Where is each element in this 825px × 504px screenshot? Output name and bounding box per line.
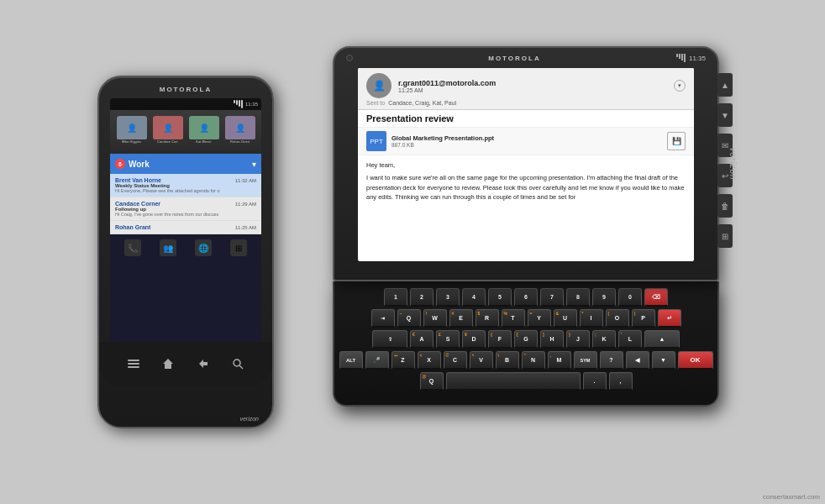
contact-rohan[interactable]: 👤 Rohan Grant	[225, 116, 255, 148]
verizon-left: verizon	[239, 416, 259, 422]
menu-hw-btn[interactable]	[126, 356, 141, 371]
apps-icon[interactable]: ⊞	[230, 239, 247, 256]
key-tab[interactable]: ⇥	[371, 309, 395, 328]
key-ok[interactable]: OK	[678, 351, 713, 370]
key-v[interactable]: ^V	[470, 351, 493, 370]
svg-rect-0	[128, 360, 139, 361]
hardware-buttons	[99, 342, 272, 386]
attachment-info: Global Marketing Presentation.ppt 887.0 …	[391, 134, 662, 148]
key-q[interactable]: ~Q	[397, 309, 421, 328]
key-h[interactable]: ]H	[540, 330, 564, 349]
key-l[interactable]: 'L	[618, 330, 642, 349]
attachment-name: Global Marketing Presentation.ppt	[391, 134, 662, 142]
contacts-strip: 👤 Mike Higgins 👤 Candace Corr 👤 Kat Bles…	[110, 110, 261, 154]
key-question[interactable]: ?	[600, 351, 623, 370]
email-time-2: 11:25 AM	[235, 225, 256, 230]
browser-icon[interactable]: 🌐	[195, 239, 212, 256]
email-item-0[interactable]: Brent Van Horne 11:32 AM Weekly Status M…	[110, 174, 261, 197]
key-y[interactable]: =Y	[528, 309, 551, 328]
email-preview-0: Hi Everyone, Please see the attached age…	[115, 188, 256, 193]
phone-right-body: MOTOROLA 11:35 👤	[333, 46, 719, 281]
key-b[interactable]: \B	[496, 351, 519, 370]
delete-btn[interactable]: 🗑	[717, 194, 733, 218]
key-backspace[interactable]: ⌫	[644, 288, 668, 307]
key-caps[interactable]: ⇪	[372, 330, 407, 349]
key-6[interactable]: 6	[514, 288, 538, 307]
key-sym[interactable]: SYM	[574, 351, 597, 370]
attachment-row[interactable]: PPT Global Marketing Presentation.ppt 88…	[358, 128, 694, 155]
key-9[interactable]: 9	[592, 288, 616, 307]
key-u[interactable]: &U	[554, 309, 577, 328]
key-g[interactable]: [G	[514, 330, 538, 349]
key-left[interactable]: ◀	[626, 351, 649, 370]
key-5[interactable]: 5	[488, 288, 512, 307]
key-0[interactable]: 0	[618, 288, 642, 307]
key-w[interactable]: !W	[423, 309, 447, 328]
key-7[interactable]: 7	[540, 288, 564, 307]
phone-right: MOTOROLA 11:35 👤	[324, 46, 728, 458]
key-up[interactable]: ▲	[644, 330, 680, 349]
work-badge: 6	[115, 159, 125, 169]
email-greeting: Hey team,	[366, 160, 686, 170]
contact-candace[interactable]: 👤 Candace Corr	[153, 116, 183, 148]
camera-dot	[346, 55, 353, 61]
key-s[interactable]: £S	[436, 330, 460, 349]
key-d[interactable]: ¥D	[462, 330, 486, 349]
key-3[interactable]: 3	[436, 288, 460, 307]
key-2[interactable]: 2	[410, 288, 434, 307]
download-icon[interactable]: 💾	[667, 132, 686, 150]
signal-bars-right	[676, 54, 686, 62]
key-down[interactable]: ▼	[652, 351, 675, 370]
key-z[interactable]: ↤Z	[391, 351, 415, 370]
key-mic[interactable]: 🎤	[365, 351, 389, 370]
kb-row-space: @Q . ,	[343, 372, 709, 391]
key-f[interactable]: {F	[488, 330, 512, 349]
key-space[interactable]	[446, 372, 581, 391]
email-preview-1: Hi Craig, I've gone over the notes from …	[115, 212, 256, 217]
key-q-bottom[interactable]: @Q	[420, 372, 444, 391]
key-c[interactable]: ©C	[444, 351, 467, 370]
key-period[interactable]: .	[583, 372, 607, 391]
from-email: r.grant0011@motorola.com	[398, 79, 667, 87]
email-time-1: 11:29 AM	[235, 202, 256, 207]
key-x[interactable]: <X	[418, 351, 441, 370]
avatar-kat: 👤	[189, 116, 219, 139]
contacts-icon[interactable]: 👥	[160, 239, 176, 256]
key-1[interactable]: 1	[384, 288, 407, 307]
email-item-2[interactable]: Rohan Grant 11:25 AM	[110, 221, 261, 234]
key-4[interactable]: 4	[462, 288, 486, 307]
key-enter[interactable]: ↵	[658, 309, 681, 328]
scroll-up-btn[interactable]: ▲	[717, 73, 733, 97]
key-p[interactable]: )P	[632, 309, 655, 328]
key-n[interactable]: "N	[522, 351, 545, 370]
key-a[interactable]: €A	[410, 330, 434, 349]
email-item-1[interactable]: Candace Corner 11:29 AM Following up Hi …	[110, 197, 261, 221]
contact-mike[interactable]: 👤 Mike Higgins	[117, 116, 147, 148]
key-j[interactable]: }J	[566, 330, 590, 349]
email-screen: 👤 r.grant0011@motorola.com 11:25 AM ▾ Se…	[358, 68, 694, 261]
back-hw-btn[interactable]	[196, 356, 211, 371]
work-widget-header[interactable]: 6 Work ▾	[110, 154, 261, 174]
home-hw-btn[interactable]	[160, 356, 176, 371]
contact-kat[interactable]: 👤 Kat Bleser	[189, 116, 219, 148]
phone-icon[interactable]: 📞	[124, 239, 141, 256]
grid-btn[interactable]: ⊞	[717, 224, 733, 248]
key-e[interactable]: #E	[449, 309, 473, 328]
key-alt[interactable]: ALT	[339, 351, 363, 370]
expand-recipients-btn[interactable]: ▾	[674, 80, 686, 92]
key-comma[interactable]: ,	[609, 372, 633, 391]
key-m[interactable]: ,M	[548, 351, 571, 370]
sender-avatar: 👤	[366, 73, 391, 98]
email-subject-main: Presentation review	[358, 110, 694, 128]
scroll-down-btn[interactable]: ▼	[717, 103, 733, 127]
expand-icon[interactable]: ▾	[252, 160, 256, 169]
key-t[interactable]: %T	[502, 309, 525, 328]
sent-to-label: Sent to	[366, 100, 385, 106]
key-r[interactable]: $R	[476, 309, 499, 328]
phone-left: MOTOROLA 11:35 👤 Mike Higgins 👤 Candace …	[97, 76, 274, 428]
key-i[interactable]: *I	[580, 309, 603, 328]
search-hw-btn[interactable]	[230, 356, 245, 371]
key-8[interactable]: 8	[566, 288, 590, 307]
key-o[interactable]: (O	[606, 309, 629, 328]
key-k[interactable]: ;K	[592, 330, 616, 349]
